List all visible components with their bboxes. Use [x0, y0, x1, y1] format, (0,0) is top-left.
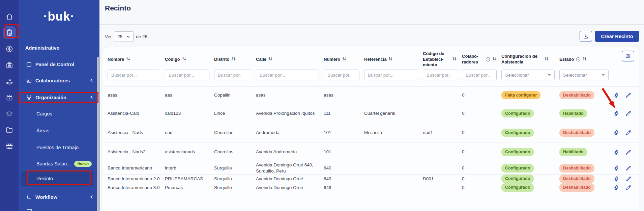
download-button[interactable] — [580, 31, 592, 42]
cell-calle: Avenida Domingo Orué — [256, 185, 324, 191]
cell-colaboradores: 0 — [462, 165, 501, 171]
sidebar-item-panel-de-control[interactable]: Panel de Control — [19, 59, 99, 70]
graduation-cap-icon[interactable] — [3, 107, 16, 120]
settings-gear-icon[interactable] — [613, 176, 619, 182]
home-icon[interactable] — [3, 10, 16, 23]
cell-referencia: Cuartel general — [364, 110, 423, 116]
hand-heart-icon[interactable] — [3, 75, 16, 88]
celebrations-icon[interactable] — [3, 91, 16, 104]
cell-numero: 640 — [324, 165, 364, 171]
chevron-left-icon[interactable] — [89, 95, 94, 101]
sidebar-item-colaboradores[interactable]: Colaboradores — [19, 76, 99, 86]
filter-input-distrito[interactable] — [214, 70, 251, 80]
id-card-icon — [26, 78, 32, 84]
cell-colaboradores: 0 — [462, 92, 501, 98]
table-row: Asistencia-Calo calo123 Lince Avenida Pr… — [103, 104, 639, 123]
configuracion-badge: Configurado — [501, 175, 534, 183]
edit-pencil-icon[interactable] — [625, 149, 632, 155]
sidebar-subitem-areas[interactable]: Áreas — [36, 126, 49, 135]
sidebar-scrollbar[interactable] — [97, 57, 99, 211]
filter-input-calle[interactable] — [256, 70, 319, 80]
cell-distrito: Lince — [214, 110, 256, 116]
help-icon[interactable] — [576, 57, 581, 62]
cell-colaboradores: 0 — [462, 176, 501, 182]
edit-pencil-icon[interactable] — [625, 165, 632, 171]
table-row: Asistencia - Nads2 asistencianads Chorri… — [103, 142, 639, 162]
sort-icon[interactable] — [388, 56, 392, 63]
sidebar-item-organizacion[interactable]: Organización — [19, 93, 99, 103]
chevron-down-icon — [126, 35, 130, 38]
dashboard-icon — [26, 61, 32, 68]
cell-codigo-establecimiento: nad1 — [423, 130, 462, 136]
header-divider — [99, 24, 644, 25]
configuracion-badge: Configurado — [501, 148, 534, 156]
total-label: de 26 — [136, 34, 147, 39]
settings-gear-icon[interactable] — [613, 149, 619, 155]
cell-colaboradores: 0 — [462, 110, 501, 116]
sort-icon[interactable] — [545, 56, 549, 63]
settings-gear-icon[interactable] — [613, 185, 619, 191]
sort-icon[interactable] — [182, 56, 186, 63]
estado-badge: Deshabilitado — [559, 164, 594, 173]
help-icon[interactable] — [486, 57, 490, 62]
cell-distrito: Surquillo — [214, 176, 256, 182]
filter-input-codigo-establecimiento[interactable] — [423, 70, 457, 80]
filter-input-codigo[interactable] — [165, 70, 209, 80]
filter-input-referencia[interactable] — [364, 70, 418, 80]
briefcase-clock-icon[interactable] — [3, 59, 16, 72]
edit-pencil-icon[interactable] — [625, 110, 632, 116]
attendance-clipboard-icon[interactable] — [3, 26, 16, 39]
column-settings-button[interactable] — [622, 51, 634, 61]
estado-badge: Habilitado — [559, 109, 587, 118]
filter-select-configuracion[interactable]: Seleccionar — [501, 70, 555, 80]
crear-recinto-button[interactable]: Crear Recinto — [595, 31, 639, 42]
cell-codigo: asistencianads — [165, 149, 214, 155]
settings-gear-icon[interactable] — [613, 110, 619, 116]
chevron-left-icon[interactable] — [89, 194, 94, 201]
sidebar-item-label: Panel de Control — [35, 62, 74, 67]
sort-icon[interactable] — [126, 56, 130, 63]
sidebar-subitem-cargos[interactable]: Cargos — [36, 109, 52, 118]
chevron-down-icon — [602, 74, 605, 76]
column-header-estado: Estado — [559, 56, 613, 63]
cell-numero: 649 — [324, 185, 364, 191]
page-size-select[interactable]: 25 — [114, 31, 134, 42]
sidebar-item-label: Recinto — [36, 176, 53, 181]
sidebar-subitem-recinto[interactable]: Recinto — [36, 174, 53, 183]
sort-icon[interactable] — [583, 56, 587, 63]
sort-icon[interactable] — [492, 56, 496, 63]
folder-icon[interactable] — [3, 124, 16, 136]
sidebar-subitem-bandas-salariales[interactable]: Bandas Salari... Nuevo — [36, 159, 92, 168]
storefront-icon[interactable] — [3, 140, 16, 153]
configuracion-badge: Falta configurar — [501, 91, 540, 100]
cell-numero: asas — [324, 92, 364, 98]
filter-input-nombre[interactable] — [108, 70, 160, 80]
table-filter-row: Seleccionar Seleccionar — [103, 70, 639, 86]
settings-gear-icon[interactable] — [613, 130, 619, 136]
configuracion-badge: Configurado — [501, 183, 534, 192]
sort-icon[interactable] — [452, 56, 457, 63]
edit-pencil-icon[interactable] — [625, 185, 632, 191]
page-size-value: 25 — [117, 34, 122, 39]
cell-nombre: Asistencia - Nads2 — [108, 149, 165, 155]
edit-pencil-icon[interactable] — [625, 176, 632, 182]
sidebar-subitem-puestos-de-trabajo[interactable]: Puestos de Trabajo — [36, 143, 79, 152]
filter-input-colaboradores[interactable] — [462, 70, 497, 80]
settings-gear-icon[interactable] — [613, 165, 619, 171]
filter-input-numero[interactable] — [324, 70, 359, 80]
chevron-left-icon[interactable] — [89, 78, 94, 84]
cell-numero: 111 — [324, 110, 364, 116]
edit-pencil-icon[interactable] — [625, 92, 632, 98]
cell-calle: Andromeda — [256, 130, 324, 136]
table-row: asas aas Copallin asas asas 0 Falta conf… — [103, 86, 639, 104]
cell-calle: Avenida Domingo Orué 640, Surquillo, Per… — [256, 162, 324, 174]
sort-icon[interactable] — [232, 56, 236, 63]
sort-icon[interactable] — [268, 56, 272, 63]
filter-select-estado[interactable]: Seleccionar — [559, 70, 609, 80]
sort-icon[interactable] — [342, 56, 346, 63]
cell-nombre: asas — [108, 92, 165, 98]
sidebar-item-workflow[interactable]: Workflow — [19, 192, 99, 202]
money-icon[interactable] — [3, 43, 16, 55]
settings-gear-icon[interactable] — [613, 92, 619, 98]
edit-pencil-icon[interactable] — [625, 130, 632, 136]
